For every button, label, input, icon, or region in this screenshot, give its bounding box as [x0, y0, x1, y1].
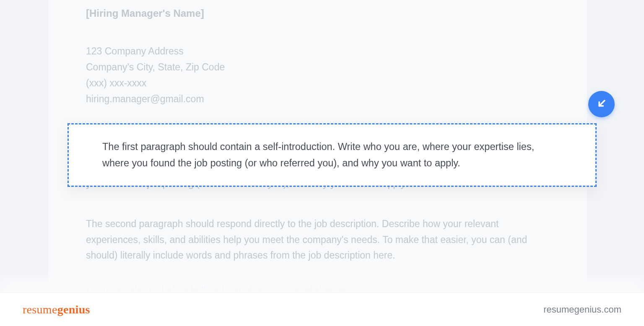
address-line-1: 123 Company Address — [86, 44, 549, 60]
logo: resumegenius — [23, 303, 90, 316]
footer: resumegenius resumegenius.com — [0, 293, 644, 326]
logo-text-light: resume — [23, 303, 57, 316]
hiring-manager-name: [Hiring Manager's Name] — [86, 8, 549, 19]
arrow-down-left-icon — [596, 98, 608, 111]
bullet-1: • You can also include a bulleted li st … — [86, 283, 549, 293]
callout-text: The first paragraph should contain a sel… — [102, 141, 534, 168]
bullet-list: • You can also include a bulleted li st … — [86, 283, 549, 293]
domain-text: resumegenius.com — [543, 304, 621, 315]
email: hiring.manager@gmail.com — [86, 91, 549, 107]
logo-text-bold: genius — [57, 303, 90, 316]
paragraph-2: The second paragraph should respond dire… — [86, 216, 549, 264]
address-line-2: Company's City, State, Zip Code — [86, 60, 549, 75]
highlight-callout: The first paragraph should contain a sel… — [68, 123, 597, 187]
address-block: 123 Company Address Company's City, Stat… — [86, 44, 549, 107]
svg-line-0 — [599, 101, 605, 106]
phone: (xxx) xxx-xxxx — [86, 75, 549, 91]
collapse-button[interactable] — [588, 91, 615, 117]
